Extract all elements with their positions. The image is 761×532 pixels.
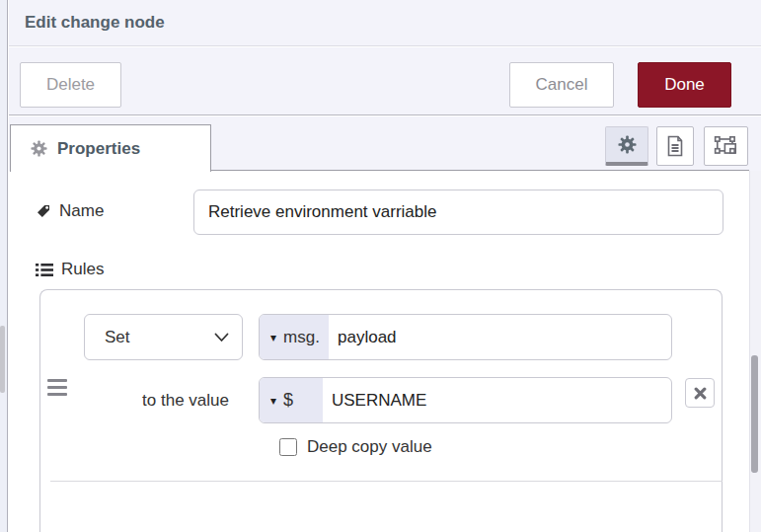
cancel-button[interactable]: Cancel	[509, 62, 614, 108]
properties-gear-tab-button[interactable]	[605, 126, 648, 166]
tab-properties-label: Properties	[57, 139, 140, 159]
done-button[interactable]: Done	[638, 62, 731, 108]
edit-change-node-dialog: Edit change node Delete Cancel Done Prop…	[0, 0, 761, 532]
rule-value-typedinput: ▾ $	[259, 377, 672, 423]
tab-properties[interactable]: Properties	[10, 124, 211, 172]
rule-property-typedinput: ▾ msg.	[259, 314, 672, 360]
rule-value-type-button[interactable]: ▾ $	[260, 378, 323, 422]
rule-value-input[interactable]	[323, 378, 671, 422]
workspace-edge-strip	[0, 0, 8, 532]
list-icon	[36, 263, 53, 277]
remove-rule-button[interactable]	[685, 378, 715, 408]
appearance-tab-button[interactable]	[704, 126, 748, 166]
rule-value-type-label: $	[283, 390, 293, 411]
caret-down-icon: ▾	[270, 331, 276, 344]
rules-section-label-group: Rules	[36, 260, 104, 279]
rule-separator	[50, 481, 723, 482]
deep-copy-row: Deep copy value	[279, 437, 432, 457]
chevron-down-icon	[214, 333, 229, 342]
rule-action-select[interactable]: Set	[84, 314, 243, 360]
rule-action-value: Set	[105, 328, 214, 347]
dialog-header: Edit change node	[9, 0, 761, 46]
delete-button[interactable]: Delete	[20, 62, 121, 108]
dialog-scrollbar-track[interactable]	[749, 171, 761, 532]
appearance-icon	[714, 135, 739, 157]
rules-label: Rules	[61, 260, 104, 279]
to-the-value-label: to the value	[84, 377, 244, 423]
name-label: Name	[59, 201, 104, 221]
tag-icon	[36, 203, 51, 219]
close-icon	[694, 387, 707, 400]
drag-handle-icon[interactable]	[47, 379, 67, 396]
rule-property-type-button[interactable]: ▾ msg.	[260, 315, 329, 359]
gear-icon	[618, 135, 637, 154]
caret-down-icon: ▾	[270, 394, 276, 408]
workspace-scrollbar-thumb[interactable]	[0, 326, 5, 393]
deep-copy-checkbox[interactable]	[279, 438, 297, 456]
gear-icon	[31, 140, 47, 157]
tab-bar-divider	[211, 170, 749, 171]
name-input[interactable]	[193, 190, 723, 235]
rule-property-type-label: msg.	[283, 328, 320, 347]
dialog-title: Edit change node	[25, 13, 165, 33]
description-doc-icon	[665, 135, 685, 157]
description-tab-button[interactable]	[656, 126, 694, 166]
dialog-scrollbar-thumb[interactable]	[751, 355, 758, 473]
rule-property-input[interactable]	[329, 315, 671, 359]
deep-copy-label: Deep copy value	[307, 437, 432, 457]
name-field-label-group: Name	[36, 201, 104, 221]
